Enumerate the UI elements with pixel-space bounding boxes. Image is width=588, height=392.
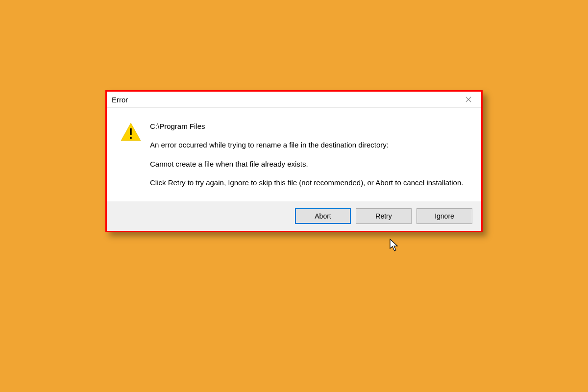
error-message-2: Cannot create a file when that file alre… [150,159,466,169]
error-path: C:\Program Files [150,122,466,131]
ignore-button[interactable]: Ignore [416,208,472,224]
abort-button[interactable]: Abort [295,208,351,224]
close-button[interactable] [459,94,478,105]
error-message-3: Click Retry to try again, Ignore to skip… [150,178,466,188]
svg-marker-5 [390,239,397,251]
error-message-1: An error occurred while trying to rename… [150,140,466,150]
retry-button[interactable]: Retry [356,208,412,224]
warning-icon [121,122,150,141]
error-dialog: Error C:\Program Files An error occurred… [105,90,483,232]
svg-rect-3 [130,128,131,135]
titlebar: Error [107,92,481,108]
icon-column [121,122,150,188]
dialog-footer: Abort Retry Ignore [107,201,481,231]
cursor-icon [390,239,399,254]
dialog-title: Error [112,96,128,104]
close-icon [466,95,471,105]
dialog-body: C:\Program Files An error occurred while… [107,108,481,201]
svg-rect-4 [130,137,131,139]
message-column: C:\Program Files An error occurred while… [150,122,466,188]
